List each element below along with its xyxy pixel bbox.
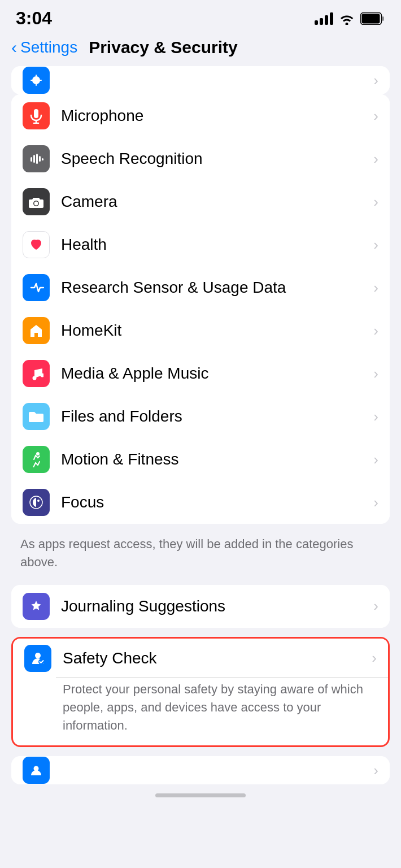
section-footer: As apps request access, they will be add… [0, 528, 401, 585]
safety-check-description: Protect your personal safety by staying … [13, 678, 388, 746]
partial-top-icon [23, 67, 50, 94]
speech-recognition-icon [23, 145, 50, 172]
journaling-icon [23, 593, 50, 620]
journaling-label: Journaling Suggestions [61, 597, 373, 615]
svg-point-18 [33, 376, 37, 380]
files-and-folders-item[interactable]: Files and Folders › [11, 395, 390, 438]
svg-point-21 [37, 500, 40, 502]
homekit-label: HomeKit [61, 322, 373, 340]
journaling-chevron-icon: › [373, 597, 378, 615]
speech-recognition-chevron-icon: › [373, 150, 378, 168]
focus-item[interactable]: Focus › [11, 481, 390, 524]
main-settings-list: Microphone › Speech Recognition › Camera [11, 94, 390, 524]
svg-rect-4 [36, 75, 37, 78]
partial-top-section: › [11, 66, 390, 94]
health-label: Health [61, 236, 373, 254]
homekit-item[interactable]: HomeKit › [11, 309, 390, 352]
home-bar [155, 793, 246, 797]
journaling-section: Journaling Suggestions › [11, 585, 390, 628]
bottom-partial-item[interactable]: › [11, 756, 390, 784]
svg-point-23 [38, 659, 44, 665]
research-sensor-icon [23, 274, 50, 301]
bottom-partial-section: › [11, 756, 390, 784]
media-apple-music-chevron-icon: › [373, 365, 378, 383]
journaling-item[interactable]: Journaling Suggestions › [11, 585, 390, 628]
files-and-folders-chevron-icon: › [373, 408, 378, 426]
motion-fitness-label: Motion & Fitness [61, 450, 373, 468]
wifi-icon [339, 12, 355, 25]
health-chevron-icon: › [373, 236, 378, 254]
back-label[interactable]: Settings [20, 38, 77, 57]
media-apple-music-label: Media & Apple Music [61, 364, 373, 383]
microphone-label: Microphone [61, 107, 373, 125]
focus-icon [23, 489, 50, 516]
media-apple-music-item[interactable]: Media & Apple Music › [11, 352, 390, 395]
status-icons [315, 12, 385, 25]
back-button[interactable]: ‹ Settings [11, 38, 77, 57]
camera-icon [23, 188, 50, 215]
svg-rect-15 [42, 158, 43, 160]
motion-fitness-item[interactable]: Motion & Fitness › [11, 438, 390, 481]
safety-check-chevron-icon: › [372, 649, 377, 667]
svg-rect-6 [30, 80, 34, 81]
motion-fitness-chevron-icon: › [373, 451, 378, 468]
safety-check-section: Safety Check › Protect your personal saf… [11, 637, 390, 748]
page-title: Privacy & Security [89, 38, 237, 57]
signal-icon [315, 12, 333, 25]
health-item[interactable]: Health › [11, 223, 390, 266]
svg-rect-11 [30, 157, 32, 162]
svg-rect-1 [382, 16, 384, 21]
home-indicator [0, 784, 401, 802]
svg-rect-13 [36, 154, 38, 164]
research-sensor-item[interactable]: Research Sensor & Usage Data › [11, 266, 390, 309]
homekit-icon [23, 317, 50, 344]
speech-recognition-label: Speech Recognition [61, 150, 373, 168]
battery-icon [360, 12, 385, 25]
safety-check-icon [24, 645, 51, 672]
svg-rect-8 [34, 109, 38, 118]
camera-chevron-icon: › [373, 193, 378, 211]
partial-top-item[interactable]: › [11, 66, 390, 94]
speech-recognition-item[interactable]: Speech Recognition › [11, 137, 390, 180]
motion-fitness-icon [23, 446, 50, 473]
svg-rect-14 [39, 156, 41, 162]
microphone-item[interactable]: Microphone › [11, 94, 390, 137]
microphone-chevron-icon: › [373, 107, 378, 125]
svg-rect-12 [33, 155, 35, 163]
nav-header: ‹ Settings Privacy & Security [0, 33, 401, 66]
svg-rect-5 [36, 83, 37, 86]
files-and-folders-label: Files and Folders [61, 407, 373, 426]
svg-point-22 [35, 653, 41, 658]
bottom-partial-icon [23, 757, 50, 784]
svg-rect-7 [38, 80, 42, 81]
research-sensor-chevron-icon: › [373, 279, 378, 297]
svg-rect-2 [362, 14, 380, 23]
partial-top-chevron-icon: › [373, 72, 378, 89]
status-time: 3:04 [16, 8, 52, 29]
focus-label: Focus [61, 493, 373, 511]
back-chevron-icon: ‹ [11, 39, 17, 56]
camera-item[interactable]: Camera › [11, 180, 390, 223]
bottom-partial-chevron-icon: › [373, 762, 378, 779]
focus-chevron-icon: › [373, 494, 378, 511]
svg-point-17 [34, 202, 38, 206]
files-and-folders-icon [23, 403, 50, 430]
status-bar: 3:04 [0, 0, 401, 33]
camera-label: Camera [61, 193, 373, 211]
svg-point-20 [36, 452, 40, 455]
health-icon [23, 231, 50, 258]
microphone-icon [23, 102, 50, 129]
media-apple-music-icon [23, 360, 50, 387]
safety-check-label: Safety Check [63, 649, 372, 667]
homekit-chevron-icon: › [373, 322, 378, 340]
safety-check-item[interactable]: Safety Check › [13, 639, 388, 678]
research-sensor-label: Research Sensor & Usage Data [61, 279, 373, 297]
